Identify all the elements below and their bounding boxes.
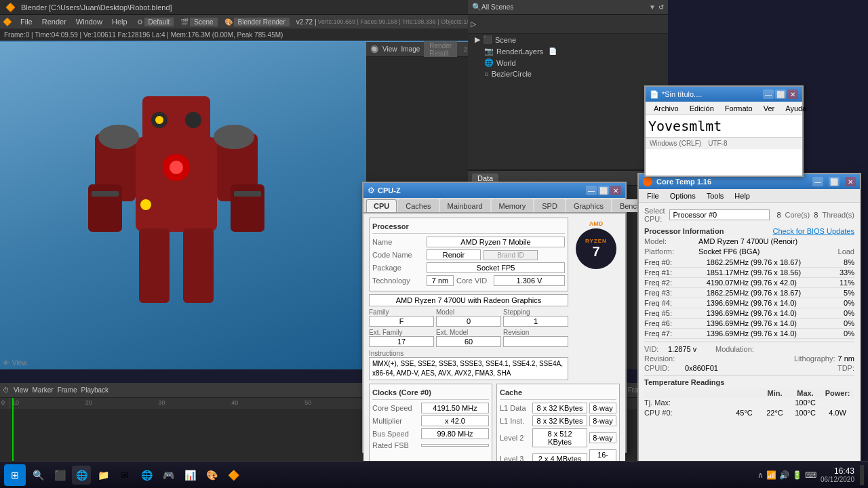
- menu-file[interactable]: File: [16, 15, 37, 28]
- tab-caches[interactable]: Caches: [398, 199, 438, 212]
- tab-graphics[interactable]: Graphics: [566, 199, 611, 212]
- scene-item-scene[interactable]: ▶ ⬛ Scene: [468, 34, 668, 45]
- coretemp-minimize[interactable]: —: [812, 177, 823, 186]
- ct-menu-tools[interactable]: Tools: [701, 189, 730, 202]
- tray-chevron-icon[interactable]: ∧: [757, 470, 764, 480]
- ct-menu-options[interactable]: Options: [665, 189, 701, 202]
- notepad-formato[interactable]: Formato: [719, 104, 758, 113]
- timeline-playback-btn[interactable]: Playback: [81, 386, 109, 394]
- tray-keyboard-icon[interactable]: ⌨: [805, 470, 816, 480]
- notepad-ver[interactable]: Ver: [758, 104, 781, 113]
- menu-help[interactable]: Help: [108, 15, 132, 28]
- ne-image[interactable]: Image: [401, 45, 420, 53]
- tab-spd[interactable]: SPD: [534, 199, 565, 212]
- ryzen-number: 7: [592, 244, 599, 260]
- cpuz-close[interactable]: ✕: [610, 186, 621, 195]
- coretemp-maximize[interactable]: ⬜: [829, 177, 840, 186]
- ct-menu-file[interactable]: File: [642, 189, 665, 202]
- core-speed-row: Core Speed 4191.50 MHz: [372, 403, 489, 413]
- vid-row: VID: 1.2875 v Modulation:: [644, 345, 854, 353]
- tab-cpu[interactable]: CPU: [366, 199, 397, 212]
- scene-panel-header: 🔍 All Scenes ▼ ↺: [468, 0, 668, 15]
- mail-button[interactable]: ✉: [115, 466, 134, 485]
- show-desktop-button[interactable]: [860, 465, 864, 485]
- freq-0-load: 8%: [831, 258, 854, 266]
- notepad-close[interactable]: ✕: [787, 89, 798, 99]
- ne-render-result[interactable]: Render Result: [424, 41, 457, 58]
- brand-id-box: Brand ID: [484, 250, 538, 260]
- tray-volume-icon[interactable]: 🔊: [779, 470, 789, 480]
- freq-0-value: 1862.25MHz (99.76 x 18.67): [707, 258, 831, 266]
- viewport-3d[interactable]: 👁 View: [0, 42, 366, 369]
- gamepad-button[interactable]: 🎮: [159, 466, 178, 485]
- explorer-button[interactable]: 📁: [94, 466, 113, 485]
- model-value: 0: [436, 316, 501, 327]
- menu-window[interactable]: Window: [72, 15, 106, 28]
- edge-button[interactable]: 🌐: [72, 466, 91, 485]
- scene-refresh-icon[interactable]: ↺: [658, 3, 664, 11]
- notepad-archivo[interactable]: Archivo: [648, 104, 684, 113]
- ct-platform-row: Platform: Socket FP6 (BGA) Load: [644, 247, 854, 256]
- tab-mainboard[interactable]: Mainboard: [440, 199, 490, 212]
- engine-value[interactable]: Blender Render: [234, 18, 290, 26]
- cpuz-taskbar-button[interactable]: 📊: [180, 466, 199, 485]
- ct-menu-help[interactable]: Help: [729, 189, 755, 202]
- cpuz-title: CPU-Z: [378, 186, 585, 195]
- revision-row: Revision: Lithography: 7 nm: [644, 354, 854, 363]
- scene-dropdown-icon[interactable]: ▼: [649, 3, 656, 11]
- scene-item-world[interactable]: 🌐 World: [468, 57, 668, 68]
- name-row: Name AMD Ryzen 7 Mobile: [372, 237, 565, 247]
- clock[interactable]: 16:43 06/12/2020: [821, 466, 854, 483]
- proc-info-header: Processor Information Check for BIOS Upd…: [644, 227, 854, 235]
- scene-item-renderlayers[interactable]: 📷 RenderLayers 📄: [468, 45, 668, 57]
- paint-button[interactable]: 🎨: [202, 466, 221, 485]
- search-taskbar-button[interactable]: 🔍: [28, 466, 47, 485]
- timeline-view-btn[interactable]: View: [14, 386, 28, 394]
- start-button[interactable]: ⊞: [4, 464, 26, 486]
- notepad-encoding: UTF-8: [708, 140, 727, 147]
- check-bios-link[interactable]: Check for BIOS Updates: [773, 227, 854, 235]
- freq-2-label: Freq #2:: [644, 279, 707, 287]
- notepad-ayuda[interactable]: Ayuda: [780, 104, 812, 113]
- task-view-button[interactable]: ⬛: [50, 466, 69, 485]
- temp-h-max: Max.: [790, 389, 821, 397]
- scene-value[interactable]: Scene: [190, 18, 217, 26]
- family-label: Family: [369, 308, 434, 316]
- ext-fms-row: Ext. Family 17 Ext. Model 60 Revision: [369, 329, 568, 347]
- lithography-label: Lithography:: [794, 354, 835, 363]
- instructions-row: Instructions MMX(+), SSE, SSE2, SSE3, SS…: [369, 349, 568, 380]
- render-type-value[interactable]: Default: [144, 18, 174, 26]
- notepad-edicion[interactable]: Edición: [684, 104, 719, 113]
- temp-header-row: Min. Max. Power:: [644, 388, 854, 398]
- coretemp-close[interactable]: ✕: [845, 177, 856, 186]
- freq-row-4: Freq #4: 1396.69MHz (99.76 x 14.0) 0%: [644, 298, 854, 308]
- menu-render[interactable]: Render: [38, 15, 71, 28]
- timeline-frame-btn[interactable]: Frame: [58, 386, 77, 394]
- select-cpu-input[interactable]: [669, 209, 770, 220]
- notepad-maximize[interactable]: ⬜: [775, 89, 786, 99]
- ruler-mark-0: 0: [0, 398, 10, 409]
- cpuz-maximize[interactable]: ⬜: [598, 186, 609, 195]
- chrome-button[interactable]: 🌐: [137, 466, 156, 485]
- ne-icon[interactable]: 🔘: [370, 45, 378, 53]
- timeline-marker-btn[interactable]: Marker: [33, 386, 54, 394]
- ne-view[interactable]: View: [382, 45, 397, 53]
- temp-title: Temperature Readings: [644, 378, 854, 386]
- viewport-icon[interactable]: 👁: [3, 359, 9, 367]
- notepad-line-ending: Windows (CRLF): [650, 140, 701, 147]
- core-speed-value: 4191.50 MHz: [421, 403, 489, 413]
- notepad-minimize[interactable]: —: [763, 89, 774, 99]
- tab-memory[interactable]: Memory: [492, 199, 534, 212]
- freq-row-2: Freq #2: 4190.07MHz (99.76 x 42.0) 11%: [644, 278, 854, 288]
- blender-taskbar-button[interactable]: 🔶: [224, 466, 243, 485]
- clock-date: 06/12/2020: [821, 476, 854, 483]
- view-label[interactable]: View: [12, 359, 27, 367]
- temp-tj-row: Tj. Max: 100°C: [644, 398, 854, 408]
- temp-tj-label: Tj. Max:: [644, 399, 760, 407]
- notepad-textarea[interactable]: Yovesmlmt: [646, 115, 802, 137]
- scene-item-beziercircle[interactable]: ○ BezierCircle: [468, 68, 668, 79]
- tray-battery-icon[interactable]: 🔋: [792, 470, 802, 480]
- freq-row-0: Freq #0: 1862.25MHz (99.76 x 18.67) 8%: [644, 258, 854, 268]
- cpuz-minimize[interactable]: —: [586, 186, 597, 195]
- tray-network-icon[interactable]: 📶: [766, 470, 776, 480]
